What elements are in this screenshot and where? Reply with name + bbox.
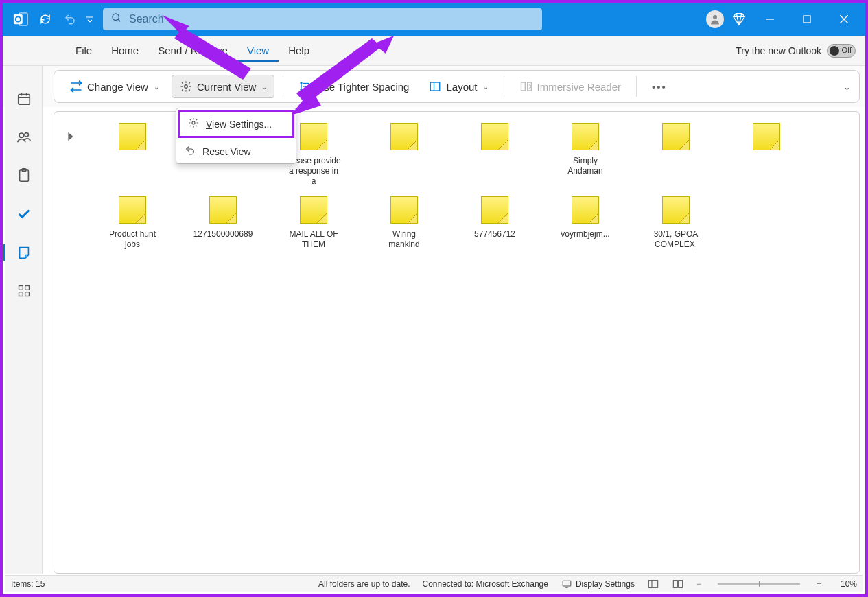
zoom-slider[interactable] [718, 583, 800, 585]
reset-view-menuitem[interactable]: Reset View [176, 139, 296, 163]
status-sync: All folders are up to date. [318, 579, 410, 589]
notes-nav-icon[interactable] [13, 242, 35, 264]
note-label: 577456712 [473, 229, 517, 250]
note-item[interactable]: voyrmbjejm... [556, 196, 614, 250]
change-view-button[interactable]: Change View⌄ [62, 75, 166, 97]
note-label: Product hunt jobs [108, 229, 157, 250]
try-new-outlook[interactable]: Try the new Outlook Off [736, 44, 865, 58]
annotation-arrow [291, 36, 401, 118]
svg-rect-19 [19, 286, 23, 290]
more-apps-nav-icon[interactable] [13, 280, 35, 302]
left-nav [5, 38, 43, 574]
svg-point-3 [113, 14, 119, 20]
note-item[interactable] [375, 123, 433, 187]
note-thumb-icon [390, 123, 418, 150]
zoom-out-button[interactable]: − [696, 579, 701, 589]
note-item[interactable] [104, 123, 161, 187]
annotation-arrow [162, 15, 258, 84]
note-item[interactable] [738, 123, 795, 187]
note-item[interactable]: Wiring mankind [375, 196, 433, 250]
view-reading-icon[interactable] [672, 578, 684, 590]
view-settings-menuitem[interactable]: View Settings... [178, 110, 294, 138]
note-thumb-icon [300, 196, 327, 224]
note-item[interactable] [466, 123, 524, 187]
note-thumb-icon [481, 123, 508, 150]
change-view-icon [69, 80, 83, 93]
toggle-switch[interactable]: Off [827, 44, 856, 58]
undo-icon[interactable] [60, 10, 80, 29]
note-item[interactable]: Product hunt jobs [104, 196, 161, 250]
note-label: MAIL ALL OF THEM [288, 229, 339, 250]
status-bar: Items: 15 All folders are up to date. Co… [5, 575, 863, 592]
current-view-dropdown: View Settings... Reset View [176, 108, 296, 164]
calendar-nav-icon[interactable] [13, 88, 35, 110]
note-thumb-icon [119, 196, 146, 224]
note-thumb-icon [119, 123, 146, 150]
note-thumb-icon [209, 196, 237, 224]
user-avatar[interactable] [706, 10, 724, 28]
layout-button[interactable]: Layout⌄ [421, 75, 495, 97]
zoom-in-button[interactable]: + [817, 579, 821, 589]
sync-icon[interactable] [36, 10, 55, 29]
search-placeholder: Search [129, 13, 164, 25]
svg-rect-39 [673, 580, 677, 587]
qat-dropdown-icon[interactable] [85, 10, 95, 29]
svg-rect-22 [25, 292, 29, 296]
note-thumb-icon [662, 196, 690, 224]
svg-rect-37 [648, 580, 657, 587]
note-item[interactable]: MAIL ALL OF THEM [285, 196, 342, 250]
svg-point-15 [19, 133, 23, 137]
svg-rect-20 [25, 286, 29, 290]
immersive-icon [519, 80, 533, 93]
note-label: 30/1, GPOA COMPLEX, [653, 229, 700, 250]
svg-point-16 [24, 133, 27, 137]
ribbon-tabs: File Home Send / Receive View Help Try t… [3, 36, 865, 66]
reset-icon [185, 145, 196, 158]
note-item[interactable] [647, 123, 705, 187]
note-thumb-icon [662, 123, 690, 150]
display-settings-button[interactable]: Display Settings [561, 578, 635, 590]
chevron-right-icon[interactable] [67, 131, 79, 143]
todo-nav-icon[interactable] [13, 203, 35, 225]
note-thumb-icon [572, 123, 599, 150]
tab-home[interactable]: Home [102, 39, 148, 62]
people-nav-icon[interactable] [13, 126, 35, 148]
note-item[interactable]: 577456712 [466, 196, 524, 250]
svg-rect-21 [19, 292, 23, 296]
divider [283, 76, 283, 97]
note-item[interactable]: 1271500000689 [194, 196, 252, 250]
svg-rect-27 [431, 82, 441, 91]
gear-icon [188, 117, 199, 130]
close-button[interactable] [828, 3, 860, 35]
more-commands-button[interactable]: ••• [645, 77, 674, 97]
svg-marker-31 [174, 27, 251, 80]
tab-file[interactable]: File [66, 39, 102, 62]
tasks-nav-icon[interactable] [13, 165, 35, 187]
outlook-icon [11, 10, 30, 29]
immersive-reader-button: Immersive Reader [513, 75, 629, 97]
svg-rect-11 [18, 95, 30, 105]
diamond-icon[interactable] [729, 10, 749, 29]
ribbon-container: Change View⌄ Current View⌄ Use Tighter S… [3, 66, 865, 107]
minimize-button[interactable] [754, 3, 786, 35]
note-item[interactable]: Simply Andaman [556, 123, 614, 187]
content-pane: Please provide a response in aSimply And… [54, 111, 860, 574]
note-item[interactable]: 30/1, GPOA COMPLEX, [647, 196, 705, 250]
folder-pane-collapsed[interactable] [54, 112, 91, 573]
display-icon [561, 578, 573, 590]
svg-line-4 [118, 19, 120, 21]
divider [504, 76, 504, 97]
note-thumb-icon [481, 196, 508, 224]
status-items: Items: 15 [11, 579, 45, 589]
status-connected: Connected to: Microsoft Exchange [422, 579, 548, 589]
view-normal-icon[interactable] [647, 578, 659, 590]
divider [636, 76, 637, 97]
zoom-level: 10% [834, 579, 857, 589]
title-bar-left [3, 10, 95, 29]
svg-rect-40 [679, 580, 683, 587]
maximize-button[interactable] [791, 3, 823, 35]
collapse-ribbon-icon[interactable]: ⌄ [843, 82, 851, 92]
note-label [765, 156, 768, 176]
note-thumb-icon [753, 123, 780, 150]
note-label [131, 156, 134, 176]
